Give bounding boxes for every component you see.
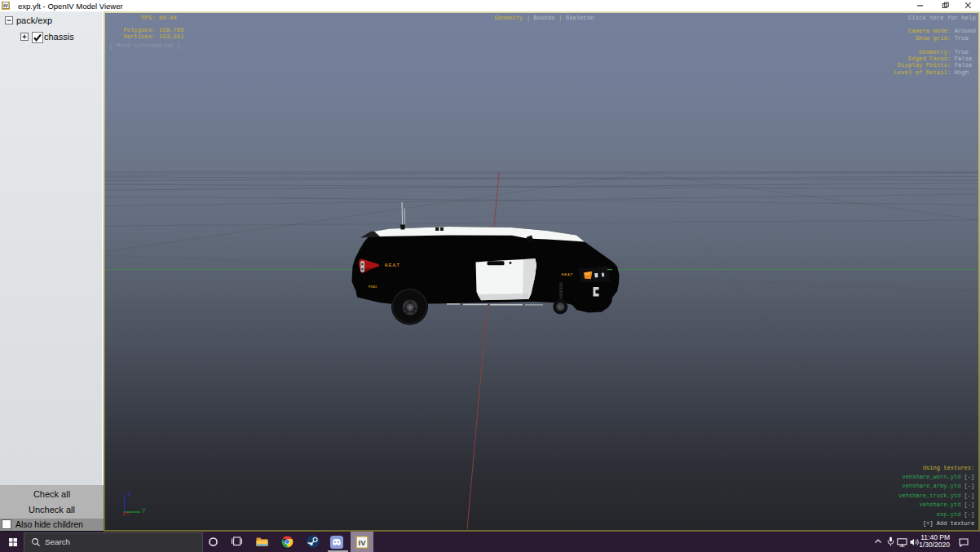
svg-text:y: y [142,506,146,513]
svg-text:x: x [126,510,130,516]
svg-text:H.E.A.T: H.E.A.T [562,273,573,276]
svg-text:IV: IV [3,3,8,8]
svg-text:P1923: P1923 [369,285,377,289]
svg-text:H.E.A.T: H.E.A.T [385,263,400,267]
svg-text:z: z [127,490,131,497]
svg-text:IV: IV [358,538,366,547]
